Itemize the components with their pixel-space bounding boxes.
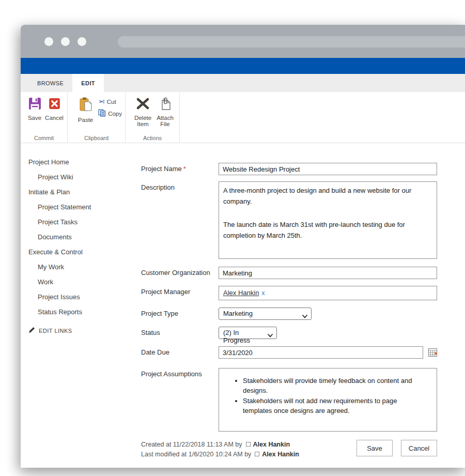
cut-button[interactable]: ✂ Cut xyxy=(98,97,122,106)
group-label-commit: Commit xyxy=(21,135,67,141)
browser-chrome xyxy=(21,25,465,58)
cancel-button-label: Cancel xyxy=(45,115,64,121)
modified-by-user[interactable]: Alex Hankin xyxy=(262,451,299,458)
sidebar-item-project-wiki[interactable]: Project Wiki xyxy=(28,170,141,185)
form-cancel-button[interactable]: Cancel xyxy=(401,440,437,456)
save-button-label: Save xyxy=(28,115,41,121)
date-due-label: Date Due xyxy=(141,346,219,356)
ribbon-group-clipboard: Paste ✂ Cut Copy xyxy=(68,92,126,143)
sidebar-item-project-issues[interactable]: Project Issues xyxy=(28,289,141,304)
cancel-button[interactable]: Cancel xyxy=(44,95,64,121)
sidebar-item-project-tasks[interactable]: Project Tasks xyxy=(28,214,141,229)
project-name-input[interactable] xyxy=(219,163,437,175)
copy-button-label: Copy xyxy=(108,111,122,117)
attach-file-label: Attach File xyxy=(157,115,174,127)
customer-organization-label: Customer Organization xyxy=(141,267,219,277)
description-label: Description xyxy=(141,181,219,191)
copy-pages-icon xyxy=(98,109,106,118)
window-dot-icon xyxy=(44,37,53,46)
remove-person-button[interactable]: x xyxy=(261,289,265,297)
cancel-x-icon xyxy=(48,97,61,113)
delete-x-icon xyxy=(135,97,151,113)
description-textarea[interactable]: A three-month project to design and buil… xyxy=(219,181,437,259)
project-assumptions-label: Project Assumptions xyxy=(141,368,219,378)
cut-button-label: Cut xyxy=(107,99,116,105)
sidebar-item-my-work[interactable]: My Work xyxy=(28,259,141,274)
description-paragraph: The launch date is March 31st with pre-l… xyxy=(223,219,430,241)
pencil-icon xyxy=(28,327,35,334)
paste-button[interactable]: Paste xyxy=(75,95,96,123)
edit-links-label: EDIT LINKS xyxy=(39,328,72,334)
window-dot-icon xyxy=(78,37,86,46)
sidebar-item-documents[interactable]: Documents xyxy=(28,229,141,244)
tab-browse[interactable]: BROWSE xyxy=(28,74,72,92)
project-type-value: Marketing xyxy=(223,310,253,317)
project-manager-link[interactable]: Alex Hankin xyxy=(223,289,259,297)
presence-icon xyxy=(246,442,251,447)
project-manager-label: Project Manager xyxy=(141,286,219,296)
paperclip-file-icon xyxy=(159,97,172,113)
modified-line: Last modified at 1/6/2020 10:24 AM byAle… xyxy=(141,450,299,459)
save-floppy-icon xyxy=(28,97,42,113)
group-label-clipboard: Clipboard xyxy=(68,135,125,141)
address-bar[interactable] xyxy=(118,36,465,48)
chevron-down-icon xyxy=(268,331,273,339)
sidebar-nav: Project Home Project Wiki Initiate & Pla… xyxy=(21,143,141,468)
window-dot-icon xyxy=(61,37,70,46)
project-type-select[interactable]: Marketing xyxy=(219,308,312,320)
ribbon-group-actions: Delete Item Attach File Actions xyxy=(126,92,180,143)
main-content: Project Home Project Wiki Initiate & Pla… xyxy=(21,143,465,468)
assumption-item: Stakeholders will not add new requiremen… xyxy=(243,396,422,416)
project-assumptions-textarea[interactable]: Stakeholders will provide timely feedbac… xyxy=(219,368,437,432)
sidebar-item-initiate-plan[interactable]: Initiate & Plan xyxy=(28,185,141,199)
delete-item-label: Delete Item xyxy=(134,115,151,127)
form-footer: Created at 11/22/2018 11:13 AM byAlex Ha… xyxy=(141,440,437,459)
ribbon: Save Cancel Commit xyxy=(21,92,465,143)
status-select[interactable]: (2) In Progress xyxy=(219,327,277,339)
paste-clipboard-icon xyxy=(78,97,94,115)
edit-form: Project Name* Description A three-month … xyxy=(141,143,437,468)
paste-button-label: Paste xyxy=(78,117,93,123)
group-label-actions: Actions xyxy=(126,135,179,141)
suite-bar xyxy=(21,58,465,74)
sidebar-item-project-home[interactable]: Project Home xyxy=(28,155,141,170)
edit-links-button[interactable]: EDIT LINKS xyxy=(28,327,141,334)
presence-icon xyxy=(255,452,259,456)
item-metadata: Created at 11/22/2018 11:13 AM byAlex Ha… xyxy=(141,440,299,459)
tab-edit[interactable]: EDIT xyxy=(72,74,104,92)
required-asterisk: * xyxy=(183,165,186,173)
customer-organization-input[interactable] xyxy=(219,267,437,279)
save-button[interactable]: Save xyxy=(25,95,44,121)
created-line: Created at 11/22/2018 11:13 AM byAlex Ha… xyxy=(141,440,299,450)
status-value: (2) In Progress xyxy=(223,329,250,344)
chevron-down-icon xyxy=(302,312,307,320)
sidebar-item-project-statement[interactable]: Project Statement xyxy=(28,199,141,214)
project-type-label: Project Type xyxy=(141,308,219,317)
attach-file-button[interactable]: Attach File xyxy=(154,95,176,127)
sidebar-item-execute-control[interactable]: Execute & Control xyxy=(28,244,141,259)
date-due-input[interactable] xyxy=(219,346,423,359)
sidebar-item-work[interactable]: Work xyxy=(28,274,141,289)
assumption-item: Stakeholders will provide timely feedbac… xyxy=(243,376,422,395)
status-label: Status xyxy=(141,327,219,336)
description-paragraph: A three-month project to design and buil… xyxy=(223,185,430,207)
scissors-icon: ✂ xyxy=(98,97,105,106)
project-name-label: Project Name* xyxy=(141,163,219,173)
browser-window: BROWSE EDIT Save xyxy=(21,25,465,468)
calendar-icon[interactable] xyxy=(428,348,437,357)
created-by-user[interactable]: Alex Hankin xyxy=(253,441,290,448)
ribbon-group-commit: Save Cancel Commit xyxy=(21,92,68,143)
delete-item-button[interactable]: Delete Item xyxy=(132,95,154,127)
copy-button[interactable]: Copy xyxy=(98,109,122,118)
form-save-button[interactable]: Save xyxy=(357,440,393,456)
sidebar-item-status-reports[interactable]: Status Reports xyxy=(28,304,141,319)
project-manager-picker[interactable]: Alex Hankinx xyxy=(219,286,437,300)
ribbon-tabstrip: BROWSE EDIT xyxy=(21,74,465,92)
